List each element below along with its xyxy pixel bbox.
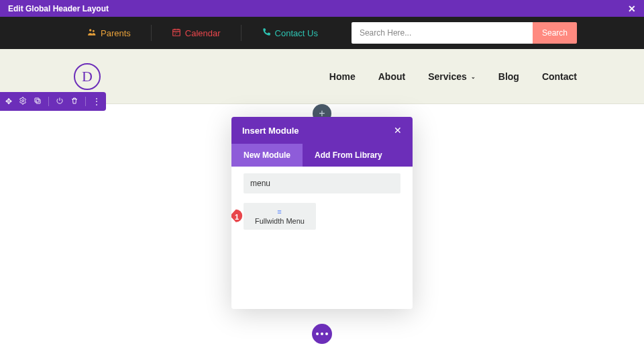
menu-icon: ≡ [277,208,282,216]
calendar-label: Calendar [185,28,221,38]
dot-icon [325,333,328,335]
move-icon[interactable]: ✥ [5,97,12,106]
nav-contact[interactable]: Contact [542,71,577,82]
svg-point-0 [89,29,92,32]
admin-close-icon[interactable]: ✕ [628,3,636,14]
search-wrap: Search [352,22,577,44]
logo-letter: D [82,68,93,85]
search-input[interactable] [352,22,533,44]
section-toolbar: ✥ ⋮ [0,92,106,111]
dot-icon [316,333,319,335]
admin-title: Edit Global Header Layout [8,4,109,13]
contact-link[interactable]: Contact Us [241,24,338,42]
nav-home[interactable]: Home [329,71,356,82]
annotation-number: 1 [231,208,246,226]
utility-bar: Parents Calendar Contact Us Search [0,17,644,49]
duplicate-icon[interactable] [34,97,42,107]
site-logo[interactable]: D [74,63,101,90]
admin-bar: Edit Global Header Layout ✕ [0,0,644,17]
chevron-down-icon: ⌄ [471,74,476,80]
modal-title: Insert Module [242,126,299,136]
module-fullwidth-menu[interactable]: 1 ≡ Fullwidth Menu [244,203,316,230]
nav-services[interactable]: Services ⌄ [428,71,476,82]
modal-tabs: New Module Add From Library [231,144,413,167]
dot-icon [321,333,323,335]
svg-point-3 [22,99,24,101]
search-button[interactable]: Search [533,22,577,44]
tab-add-from-library[interactable]: Add From Library [303,144,413,167]
modal-close-icon[interactable]: ✕ [394,125,402,136]
svg-point-1 [93,30,95,32]
calendar-link[interactable]: Calendar [152,24,241,42]
nav-links: Home About Services ⌄ Blog Contact [329,71,577,82]
more-icon[interactable]: ⋮ [93,97,101,106]
builder-fab[interactable] [312,324,332,344]
module-filter-input[interactable] [244,173,400,193]
settings-icon[interactable] [19,97,27,107]
nav-about[interactable]: About [378,71,405,82]
power-icon[interactable] [56,97,64,107]
modal-body: 1 ≡ Fullwidth Menu [231,167,413,309]
toolbar-separator [85,97,86,106]
main-nav-inner: D Home About Services ⌄ Blog Contact [67,63,577,90]
delete-icon[interactable] [70,97,78,107]
svg-rect-4 [36,99,40,103]
module-label: Fullwidth Menu [255,217,305,225]
nav-blog[interactable]: Blog [498,71,519,82]
annotation-callout: 1 [231,208,248,226]
parents-link[interactable]: Parents [67,24,151,42]
phone-icon [262,28,271,39]
people-icon [87,28,97,39]
parents-label: Parents [101,28,131,38]
insert-module-modal: Insert Module ✕ New Module Add From Libr… [231,117,413,309]
toolbar-separator [48,97,49,106]
tab-new-module[interactable]: New Module [231,144,303,167]
svg-rect-5 [35,98,39,102]
modal-header: Insert Module ✕ [231,117,413,144]
utility-inner: Parents Calendar Contact Us Search [67,22,577,44]
contact-label: Contact Us [275,28,318,38]
calendar-icon [172,28,181,39]
